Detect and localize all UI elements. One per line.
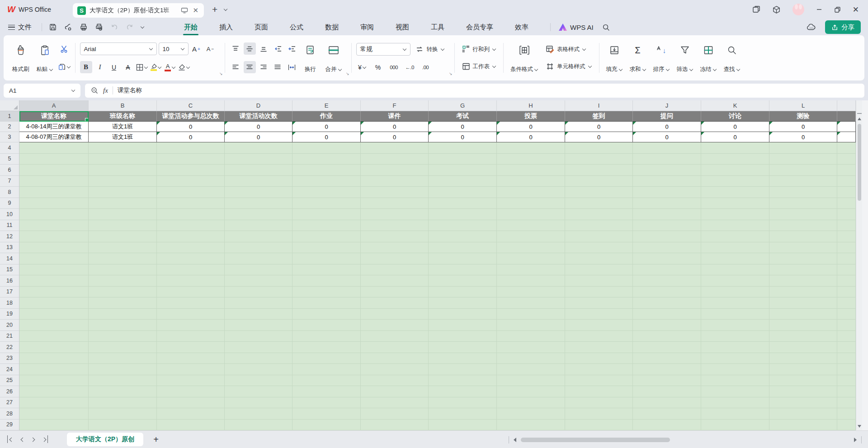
- cell[interactable]: [225, 154, 292, 165]
- cell[interactable]: [89, 176, 157, 187]
- cell[interactable]: [497, 287, 565, 298]
- cell[interactable]: [701, 297, 769, 309]
- cell[interactable]: [292, 154, 361, 165]
- cell[interactable]: [497, 309, 565, 320]
- font-size-select[interactable]: 10: [159, 42, 189, 55]
- cell[interactable]: [89, 408, 157, 420]
- cell[interactable]: [361, 220, 429, 231]
- cell[interactable]: [89, 187, 157, 198]
- cell[interactable]: [361, 320, 429, 331]
- cell[interactable]: [225, 176, 292, 187]
- cell[interactable]: [19, 264, 89, 276]
- cell[interactable]: 0: [292, 122, 361, 132]
- cell[interactable]: [225, 320, 292, 331]
- decrease-font-size-button[interactable]: A−: [204, 43, 217, 55]
- cell[interactable]: [497, 320, 565, 331]
- cell[interactable]: [429, 408, 497, 420]
- cell[interactable]: [701, 220, 769, 231]
- cell[interactable]: 语文1班: [89, 132, 157, 142]
- cell[interactable]: [225, 353, 292, 364]
- cell[interactable]: [361, 420, 429, 431]
- cell[interactable]: [497, 275, 565, 287]
- cell[interactable]: [19, 386, 89, 397]
- cell[interactable]: [89, 231, 157, 242]
- row-header-15[interactable]: 15: [0, 264, 19, 276]
- cell[interactable]: 考试: [429, 111, 497, 122]
- cell[interactable]: [89, 309, 157, 320]
- cell[interactable]: [361, 209, 429, 220]
- column-header-D[interactable]: D: [225, 100, 292, 111]
- cell[interactable]: [769, 353, 837, 364]
- cell[interactable]: 课堂活动参与总次数: [157, 111, 225, 122]
- column-header-C[interactable]: C: [157, 100, 225, 111]
- highlight-color-button[interactable]: [150, 61, 162, 73]
- column-header-partial[interactable]: [837, 100, 856, 111]
- cell[interactable]: [633, 165, 701, 176]
- cell[interactable]: [497, 420, 565, 431]
- cell[interactable]: [19, 309, 89, 320]
- cell[interactable]: [769, 176, 837, 187]
- distribute-button[interactable]: [286, 61, 298, 73]
- cell[interactable]: [157, 176, 225, 187]
- cell[interactable]: [157, 264, 225, 276]
- cell[interactable]: [633, 220, 701, 231]
- column-header-K[interactable]: K: [701, 100, 769, 111]
- cell[interactable]: [701, 386, 769, 397]
- cell[interactable]: [429, 375, 497, 387]
- cell[interactable]: [361, 275, 429, 287]
- cell[interactable]: [89, 331, 157, 342]
- cell[interactable]: [497, 408, 565, 420]
- cell[interactable]: [19, 242, 89, 254]
- cell[interactable]: [157, 209, 225, 220]
- increase-decimal-button[interactable]: ←.0: [404, 61, 416, 73]
- cell[interactable]: [769, 209, 837, 220]
- cell[interactable]: [769, 165, 837, 176]
- cell[interactable]: [157, 420, 225, 431]
- cell[interactable]: [497, 386, 565, 397]
- cell[interactable]: 语文1班: [89, 122, 157, 132]
- cell[interactable]: [157, 297, 225, 309]
- cell[interactable]: [292, 142, 361, 154]
- cell[interactable]: [701, 320, 769, 331]
- cell[interactable]: [497, 165, 565, 176]
- cell[interactable]: [19, 397, 89, 409]
- cell[interactable]: [497, 142, 565, 154]
- conditional-format-button[interactable]: 条件格式: [508, 41, 540, 75]
- cell[interactable]: [837, 287, 856, 298]
- cell[interactable]: [769, 287, 837, 298]
- cell[interactable]: [157, 154, 225, 165]
- cell[interactable]: [701, 375, 769, 387]
- cell[interactable]: [157, 386, 225, 397]
- row-header-3[interactable]: 3: [0, 132, 19, 142]
- cell[interactable]: [19, 420, 89, 431]
- cell[interactable]: [292, 375, 361, 387]
- cell[interactable]: [225, 198, 292, 209]
- cell[interactable]: [565, 231, 633, 242]
- cell[interactable]: [429, 353, 497, 364]
- scroll-up-icon[interactable]: [858, 118, 861, 120]
- cell[interactable]: [701, 408, 769, 420]
- cell[interactable]: [837, 132, 856, 142]
- cell[interactable]: [292, 198, 361, 209]
- cell[interactable]: [292, 353, 361, 364]
- cell[interactable]: [565, 320, 633, 331]
- column-header-J[interactable]: J: [633, 100, 701, 111]
- cell[interactable]: [361, 297, 429, 309]
- file-menu-button[interactable]: 文件: [0, 23, 38, 32]
- column-header-B[interactable]: B: [89, 100, 157, 111]
- font-family-select[interactable]: Arial: [80, 42, 157, 55]
- cell[interactable]: [565, 397, 633, 409]
- row-header-9[interactable]: 9: [0, 198, 19, 209]
- cell[interactable]: [565, 331, 633, 342]
- scroll-down-icon[interactable]: [858, 425, 861, 428]
- cell[interactable]: 提问: [633, 111, 701, 122]
- row-header-11[interactable]: 11: [0, 220, 19, 231]
- cell[interactable]: [701, 165, 769, 176]
- cell[interactable]: [837, 154, 856, 165]
- cell[interactable]: [19, 253, 89, 264]
- cell[interactable]: [633, 297, 701, 309]
- cell[interactable]: [633, 408, 701, 420]
- cell[interactable]: [361, 187, 429, 198]
- cell[interactable]: [429, 342, 497, 353]
- scroll-right-icon[interactable]: [854, 438, 857, 442]
